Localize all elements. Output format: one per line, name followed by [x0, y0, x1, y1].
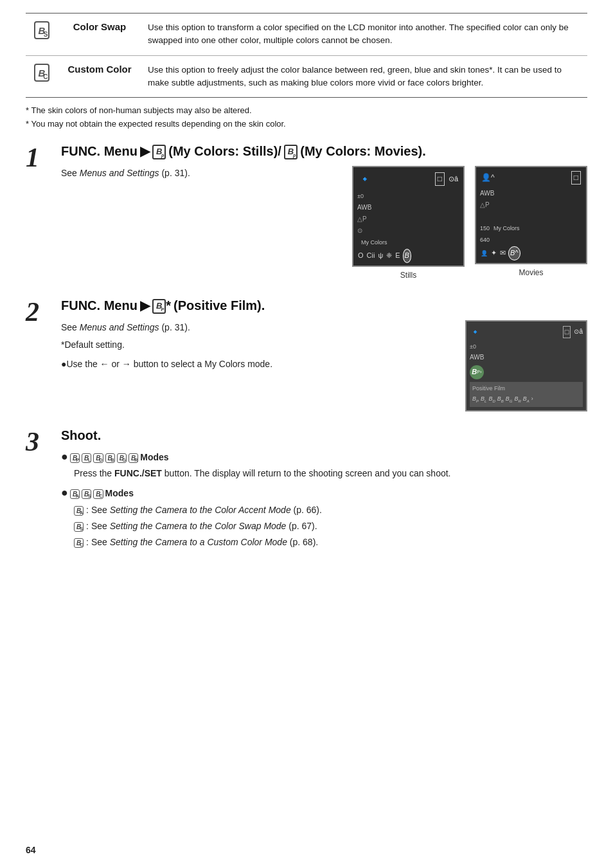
- page-number: 64: [26, 845, 36, 855]
- positive-film-icons: BP BL BD BB BG BR BA ›: [472, 394, 580, 404]
- menu-icon-o: O: [357, 249, 364, 262]
- table-row: BC Custom Color Use this option to freel…: [26, 55, 587, 98]
- mode-icon-bs: BS: [82, 489, 91, 499]
- menu-icon-ci: Cii: [366, 249, 376, 262]
- bullet-dot-2: ●: [61, 487, 68, 498]
- modes-label-1: Modes: [140, 450, 168, 464]
- bullet-dot-1: ●: [61, 451, 68, 462]
- sub-icon-bc: BC: [74, 538, 84, 548]
- custom-color-desc: Use this option to freely adjust the col…: [141, 55, 587, 98]
- modes-label-2: Modes: [105, 486, 134, 500]
- step-2-title: FUNC. Menu ▶ BP* (Positive Film).: [61, 297, 587, 314]
- mode-icon-bp: BP: [70, 453, 80, 463]
- notes-section: * The skin colors of non-human subjects …: [26, 104, 587, 131]
- custom-color-icon: BC: [34, 64, 50, 82]
- step-1-see-text: See Menus and Settings (p. 31).: [61, 168, 190, 178]
- step-1-images: 🔹 □ ⊙â ±0 AWB △: [352, 166, 587, 282]
- step-2-image: 🔹 □ ⊙â ±0 AWB: [465, 320, 587, 411]
- custom-color-icon-cell: BC: [26, 55, 58, 98]
- modes-icons-2: BA BS BC: [70, 489, 103, 499]
- pf-icon-ba: BA: [523, 394, 529, 404]
- step-2-body: See Menus and Settings (p. 31). *Default…: [61, 320, 587, 411]
- pf-icon-bg: BG: [506, 394, 513, 404]
- stills-menu-screen: 🔹 □ ⊙â ±0 AWB △: [352, 166, 465, 267]
- my-colors-movie-icon: Bp: [284, 143, 298, 159]
- table-row: BS Color Swap Use this option to transfo…: [26, 14, 587, 56]
- pf-icon-bb: BB: [497, 394, 504, 404]
- step-1-number: 1: [26, 144, 61, 171]
- step-2-default: *Default setting.: [61, 338, 452, 352]
- custom-color-label: Custom Color: [58, 55, 141, 98]
- camera-focus-icon: ⊙â: [449, 174, 458, 185]
- pf-icon-bp: BP: [472, 394, 479, 404]
- step-1-title: FUNC. Menu ▶ Bp (My Colors: Stills)/ Bp …: [61, 143, 587, 159]
- modes-icons-1: BP BL BD BB BG BR: [70, 453, 138, 463]
- screen-awb: AWB: [470, 352, 484, 363]
- pf-icon-bd: BD: [488, 394, 495, 404]
- shoot-bullet-1-text: Press the FUNC./SET button. The display …: [74, 466, 587, 480]
- mode-icon-ba: BA: [70, 489, 80, 499]
- movies-label: Movies: [475, 267, 587, 279]
- positive-film-screen: 🔹 □ ⊙â ±0 AWB: [465, 320, 587, 411]
- note-2: * You may not obtain the expected result…: [26, 118, 587, 131]
- sub-item-bc: BC : See Setting the Camera to a Custom …: [74, 534, 587, 550]
- step-2-arrow-note: ●Use the ← or → button to select a My Co…: [61, 357, 452, 371]
- sub-icon-bs: BS: [74, 522, 84, 532]
- menu-icon-sun: ❈: [386, 249, 393, 262]
- pos-film-icon: BP*: [152, 297, 171, 314]
- step-1-section: 1 FUNC. Menu ▶ Bp (My Colors: Stills)/ B…: [26, 143, 587, 282]
- note-1: * The skin colors of non-human subjects …: [26, 104, 587, 118]
- shoot-bullet-2-subitems: BA : See Setting the Camera to the Color…: [74, 502, 587, 551]
- shoot-bullet-2: ● BA BS BC Modes BA : See Setting the Ca…: [61, 486, 587, 551]
- screen-rect-icon: □: [563, 326, 571, 339]
- step-2-content: FUNC. Menu ▶ BP* (Positive Film). See Me…: [61, 297, 587, 411]
- movies-icon-selected: B^: [508, 246, 520, 260]
- step-1-content: FUNC. Menu ▶ Bp (My Colors: Stills)/ Bp …: [61, 143, 587, 282]
- pf-icon-bl: BL: [481, 394, 486, 404]
- arrow-icon-2: ▶: [140, 297, 150, 314]
- positive-film-label: (Positive Film).: [173, 297, 265, 314]
- step-3-number: 3: [26, 428, 61, 455]
- sub-item-ba: BA : See Setting the Camera to the Color…: [74, 502, 587, 518]
- movies-menu-screen: 👤^ □ AWB △P 150M: [475, 166, 587, 264]
- sub-item-bs: BS : See Setting the Camera to the Color…: [74, 518, 587, 534]
- camera-rect-icon: □: [435, 172, 445, 186]
- func-menu-label: FUNC. Menu: [61, 143, 138, 159]
- stills-label: Stills: [352, 269, 465, 282]
- screen-palette-icon: 🔹: [470, 325, 481, 339]
- mode-icon-bd: BD: [93, 453, 103, 463]
- screen-highlighted-bp: BP ›: [470, 365, 484, 379]
- color-swap-icon-cell: BS: [26, 14, 58, 56]
- movies-icon-person: 👤: [480, 248, 488, 258]
- mode-icon-bl: BL: [82, 453, 91, 463]
- menu-icon-psi: ψ: [377, 249, 384, 262]
- step-3-content: Shoot. ● BP BL BD BB BG BR: [61, 427, 587, 551]
- movies-icon-env: ✉: [499, 247, 506, 260]
- menu-icon-e: E: [395, 249, 400, 262]
- feature-table: BS Color Swap Use this option to transfo…: [26, 13, 587, 98]
- sub-icon-ba: BA: [74, 506, 84, 516]
- screen-focus-icon: ⊙â: [574, 327, 583, 337]
- color-swap-desc: Use this option to transform a color spe…: [141, 14, 587, 56]
- step-2-number: 2: [26, 298, 61, 325]
- shoot-label: Shoot.: [61, 427, 101, 444]
- pf-more: ›: [531, 394, 533, 404]
- pf-icon-br: BR: [514, 394, 520, 404]
- step-1-body: See Menus and Settings (p. 31). 🔹 □: [61, 166, 587, 282]
- movies-icon-star: ✦: [490, 247, 497, 260]
- movies-rect-icon: □: [571, 171, 581, 185]
- positive-film-bar: Positive Film BP BL BD BB BG BR BA ›: [470, 382, 583, 407]
- positive-film-label-screen: Positive Film: [472, 384, 580, 393]
- menu-icon-selected: B: [403, 249, 411, 263]
- shoot-bullet-1: ● BP BL BD BB BG BR Modes Press the FUNC…: [61, 450, 587, 481]
- step-3-title: Shoot.: [61, 427, 587, 444]
- step-2-see: See Menus and Settings (p. 31).: [61, 320, 452, 334]
- mode-icon-bb: BB: [105, 453, 115, 463]
- screen-zero: ±0: [470, 342, 476, 351]
- movies-person-icon: 👤^: [481, 172, 495, 184]
- my-colors-movies-label: (My Colors: Movies).: [300, 143, 426, 159]
- mode-icon-bc: BC: [93, 489, 103, 499]
- camera-palette-icon: 🔹: [359, 171, 371, 188]
- color-swap-icon: BS: [34, 21, 50, 39]
- color-swap-label: Color Swap: [58, 14, 141, 56]
